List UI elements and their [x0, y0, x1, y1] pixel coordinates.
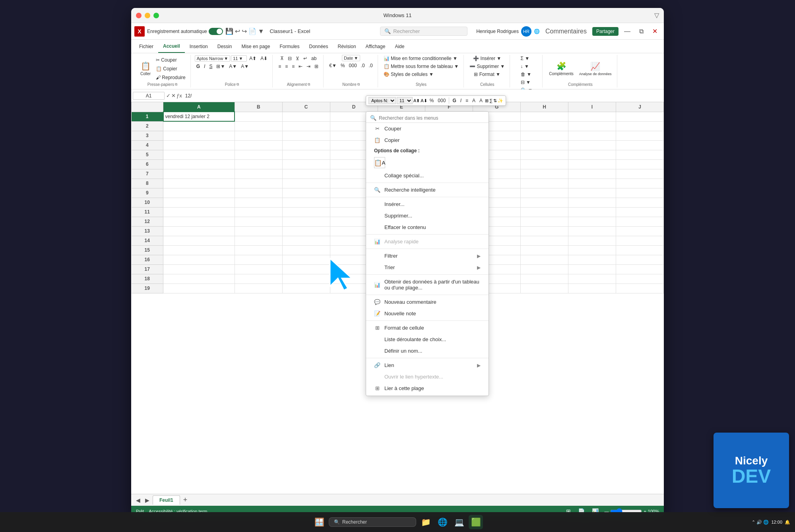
cell-H1[interactable] — [521, 112, 568, 121]
cell-C12[interactable] — [282, 217, 330, 226]
cell-I8[interactable] — [568, 179, 616, 188]
search-box[interactable]: 🔍 Rechercher — [380, 27, 467, 36]
cell-B14[interactable] — [235, 236, 282, 245]
cell-J10[interactable] — [616, 198, 663, 207]
number-format-selector[interactable]: Date ▼ — [342, 55, 360, 61]
italic-button[interactable]: I — [202, 63, 207, 70]
font-color-button[interactable]: A▼ — [239, 63, 250, 70]
thousands-icon[interactable]: 000 — [347, 62, 359, 69]
cell-H18[interactable] — [521, 274, 568, 283]
cell-B4[interactable] — [235, 140, 282, 150]
border-button[interactable]: ⊞▼ — [215, 63, 227, 70]
cell-H5[interactable] — [521, 150, 568, 159]
comments-button[interactable]: Commentaires — [542, 26, 590, 37]
mini-sort-icon[interactable]: ⇅ — [493, 98, 497, 103]
cell-C15[interactable] — [282, 245, 330, 255]
cell-B5[interactable] — [235, 150, 282, 159]
mini-magic-icon[interactable]: ✨ — [498, 98, 503, 103]
cell-I18[interactable] — [568, 274, 616, 283]
ctx-recherche-intelligente[interactable]: 🔍 Recherche intelligente — [366, 184, 489, 196]
ctx-lier-plage[interactable]: ⊞ Lier à cette plage — [366, 382, 489, 394]
autosave-toggle[interactable] — [209, 28, 223, 35]
mini-fill-button[interactable]: A — [471, 97, 477, 104]
cell-H15[interactable] — [521, 245, 568, 255]
couper-button[interactable]: ✂ Couper — [154, 56, 187, 64]
row-header-1[interactable]: 1 — [132, 112, 163, 121]
cell-C6[interactable] — [282, 159, 330, 169]
cell-A8[interactable] — [163, 179, 235, 188]
cell-B19[interactable] — [235, 283, 282, 293]
col-header-A[interactable]: A — [163, 102, 235, 112]
cell-C4[interactable] — [282, 140, 330, 150]
row-header-13[interactable]: 13 — [132, 226, 163, 236]
row-header-6[interactable]: 6 — [132, 159, 163, 169]
cell-H6[interactable] — [521, 159, 568, 169]
cell-J3[interactable] — [616, 131, 663, 140]
tab-formules[interactable]: Formules — [275, 40, 304, 53]
cell-A15[interactable] — [163, 245, 235, 255]
cell-C17[interactable] — [282, 264, 330, 274]
cell-H14[interactable] — [521, 236, 568, 245]
start-button[interactable]: 🪟 — [312, 515, 326, 529]
cell-J14[interactable] — [616, 236, 663, 245]
tab-affichage[interactable]: Affichage — [361, 40, 390, 53]
save-icon[interactable]: 💾 — [225, 27, 233, 35]
mini-sum-icon[interactable]: ∑ — [489, 98, 493, 103]
cell-H19[interactable] — [521, 283, 568, 293]
copier-button[interactable]: 📋 Copier — [154, 65, 187, 72]
presse-papiers-expand-icon[interactable]: ⧉ — [175, 82, 177, 87]
minimize-button[interactable] — [145, 13, 150, 18]
formula-cancel-icon[interactable]: ✕ — [171, 93, 176, 99]
cell-C5[interactable] — [282, 150, 330, 159]
cell-I4[interactable] — [568, 140, 616, 150]
cell-B3[interactable] — [235, 131, 282, 140]
bold-button[interactable]: G — [195, 63, 202, 70]
tab-insertion[interactable]: Insertion — [185, 40, 213, 53]
coller-button[interactable]: 📋 Coller — [138, 60, 153, 78]
cell-J1[interactable] — [616, 112, 663, 121]
row-header-17[interactable]: 17 — [132, 264, 163, 274]
mini-thousands-button[interactable]: 000 — [436, 97, 447, 104]
row-header-8[interactable]: 8 — [132, 179, 163, 188]
nombre-expand-icon[interactable]: ⧉ — [357, 82, 360, 87]
cell-A13[interactable] — [163, 226, 235, 236]
row-header-11[interactable]: 11 — [132, 207, 163, 217]
ctx-copier[interactable]: 📋 Copier — [366, 134, 489, 146]
cell-B17[interactable] — [235, 264, 282, 274]
cell-A10[interactable] — [163, 198, 235, 207]
sum-button[interactable]: Σ ▼ — [519, 55, 531, 62]
cell-J8[interactable] — [616, 179, 663, 188]
align-center-icon[interactable]: ≡ — [283, 63, 289, 70]
cell-styles-button[interactable]: 🎨 Styles de cellules ▼ — [382, 71, 435, 78]
sheet-nav-next[interactable]: ▶ — [143, 496, 151, 504]
decrease-decimal-icon[interactable]: .0 — [367, 62, 374, 69]
mini-italic-button[interactable]: I — [459, 97, 463, 104]
complements-button[interactable]: 🧩 Compléments — [547, 60, 576, 78]
increase-font-icon[interactable]: A⬆ — [248, 55, 258, 62]
align-expand-icon[interactable]: ⧉ — [308, 82, 310, 87]
mini-font-selector[interactable]: Aptos N: — [368, 97, 396, 104]
align-top-icon[interactable]: ⊼ — [279, 55, 285, 62]
row-header-18[interactable]: 18 — [132, 274, 163, 283]
cell-I10[interactable] — [568, 198, 616, 207]
indent-less-icon[interactable]: ⇤ — [297, 63, 304, 70]
cell-B1[interactable] — [235, 112, 282, 121]
cell-J12[interactable] — [616, 217, 663, 226]
cell-H10[interactable] — [521, 198, 568, 207]
more-icon[interactable]: ▼ — [258, 28, 264, 35]
cell-J5[interactable] — [616, 150, 663, 159]
ctx-definir-nom[interactable]: Définir un nom... — [366, 345, 489, 357]
cell-C9[interactable] — [282, 188, 330, 198]
undo-icon[interactable]: ↩ — [235, 27, 240, 35]
mini-color-button[interactable]: A — [478, 97, 484, 104]
cell-C19[interactable] — [282, 283, 330, 293]
cell-B6[interactable] — [235, 159, 282, 169]
cell-A19[interactable] — [163, 283, 235, 293]
mini-border-icon[interactable]: ⊞ — [485, 98, 489, 103]
mini-decrease-icon[interactable]: A⬇ — [421, 98, 427, 103]
orientation-icon[interactable]: ab — [310, 55, 318, 62]
cell-C7[interactable] — [282, 169, 330, 179]
cell-C10[interactable] — [282, 198, 330, 207]
cell-H16[interactable] — [521, 255, 568, 264]
ctx-couper[interactable]: ✂ Couper — [366, 123, 489, 134]
